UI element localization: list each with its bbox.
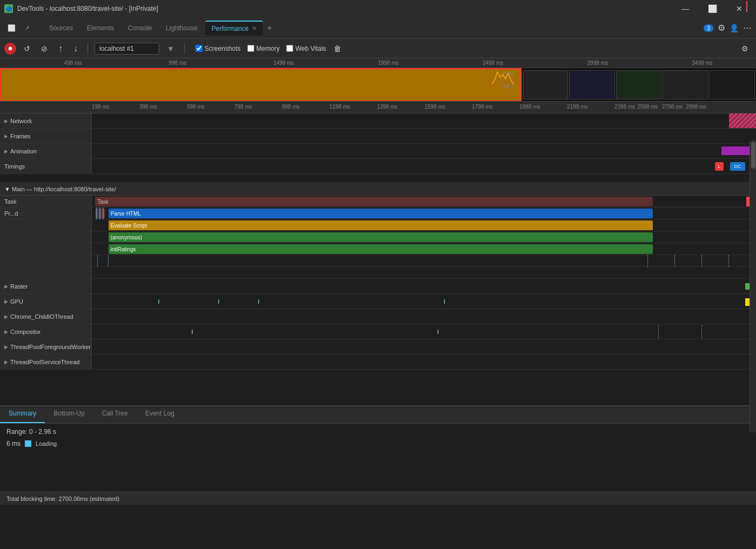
close-button[interactable]: ✕ xyxy=(727,0,752,17)
toolbar-checkboxes: Screenshots Memory Web Vitals xyxy=(195,45,326,52)
parse-html-bar[interactable]: Parse HTML xyxy=(109,209,653,218)
childio-expand-icon[interactable]: ▶ xyxy=(4,314,8,319)
overview-content[interactable]: CPU NET xyxy=(0,68,756,102)
flame-row-evaluate: Evaluate Script xyxy=(0,219,756,231)
overview-tick-2: 998 ms xyxy=(168,60,186,66)
vert-marker-1 xyxy=(97,255,98,267)
memory-label[interactable]: Memory xyxy=(247,45,280,52)
tab-console[interactable]: Console xyxy=(122,21,158,35)
flame-label-empty2 xyxy=(0,267,92,278)
frames-expand-icon[interactable]: ▶ xyxy=(4,133,8,139)
webvitals-checkbox[interactable] xyxy=(286,45,293,52)
network-bar-right xyxy=(729,113,756,128)
undock-button[interactable]: ↗ xyxy=(21,22,33,34)
timeline-selection[interactable] xyxy=(0,68,522,102)
network-label[interactable]: ▶ Network xyxy=(0,113,92,128)
timeline-ruler: 198 ms 398 ms 598 ms 798 ms 998 ms 1198 … xyxy=(0,102,756,113)
animation-expand-icon[interactable]: ▶ xyxy=(4,149,8,154)
track-childio: ▶ Chrome_ChildIOThread xyxy=(0,309,756,324)
overview-tick-6: 2998 ms xyxy=(588,60,608,66)
track-network: ▶ Network xyxy=(0,113,756,129)
childio-label[interactable]: ▶ Chrome_ChildIOThread xyxy=(0,309,92,324)
flame-label-parse: Pr...d xyxy=(0,207,92,219)
maximize-button[interactable]: ⬜ xyxy=(700,0,725,17)
memory-checkbox[interactable] xyxy=(247,45,254,52)
minimize-button[interactable]: — xyxy=(673,0,698,17)
more-button[interactable]: ⋯ xyxy=(743,23,752,33)
record-button[interactable]: ⏺ xyxy=(4,43,16,55)
settings-icon-button[interactable]: ⚙ xyxy=(718,23,725,33)
gpu-marker-1 xyxy=(158,299,159,304)
dock-controls: ⬜ ↗ xyxy=(4,22,33,34)
download-button[interactable]: ↓ xyxy=(70,42,81,55)
upload-button[interactable]: ↑ xyxy=(55,42,66,55)
user-icon-button[interactable]: 👤 xyxy=(730,24,739,32)
network-track-area xyxy=(92,113,756,128)
total-blocking-time: Total blocking time: 2700.06ms (estimate… xyxy=(6,496,119,502)
clear-button[interactable]: ⊘ xyxy=(38,43,51,55)
tab-lighthouse[interactable]: Lighthouse xyxy=(159,21,204,35)
vert-marker-2 xyxy=(108,255,109,267)
scrollbar-thumb[interactable] xyxy=(751,142,755,169)
chart-row-loading: 6 ms Loading xyxy=(6,440,750,447)
network-expand-icon[interactable]: ▶ xyxy=(4,118,8,124)
raster-label[interactable]: ▶ Raster xyxy=(0,279,92,293)
screenshots-checkbox[interactable] xyxy=(195,45,202,52)
flame-section: ▼ Main — http://localhost:8080/travel-si… xyxy=(0,183,756,279)
flame-row-task: Task Task xyxy=(0,196,756,207)
screenshot-thumb xyxy=(663,70,708,99)
evaluate-script-bar[interactable]: Evaluate Script xyxy=(109,220,653,230)
frames-track-area xyxy=(92,129,756,143)
tab-summary[interactable]: Summary xyxy=(0,406,45,423)
reload-button[interactable]: ↺ xyxy=(21,43,33,55)
animation-label[interactable]: ▶ Animation xyxy=(0,144,92,158)
task-bar[interactable]: Task xyxy=(95,197,653,206)
gpu-label[interactable]: ▶ GPU xyxy=(0,294,92,309)
flame-area-parse: Parse HTML xyxy=(92,207,756,219)
tab-close-icon[interactable]: ✕ xyxy=(252,25,256,31)
trash-button[interactable]: 🗑 xyxy=(330,43,345,55)
track-threadpool-fg: ▶ ThreadPoolForegroundWorker xyxy=(0,339,756,354)
threadpool-svc-label[interactable]: ▶ ThreadPoolServiceThread xyxy=(0,354,92,369)
webvitals-label[interactable]: Web Vitals xyxy=(286,45,326,52)
url-dropdown[interactable]: ▼ xyxy=(164,43,178,55)
compositor-label[interactable]: ▶ Compositor xyxy=(0,324,92,339)
chart-value: 6 ms xyxy=(6,440,21,447)
tab-elements[interactable]: Elements xyxy=(80,21,120,35)
tab-performance[interactable]: Performance ✕ xyxy=(205,21,263,36)
gpu-expand-icon[interactable]: ▶ xyxy=(4,299,8,304)
track-raster: ▶ Raster xyxy=(0,279,756,294)
overview-panel[interactable]: 498 ms 998 ms 1498 ms 1998 ms 2498 ms 29… xyxy=(0,58,756,102)
animation-track-area xyxy=(92,144,756,158)
loading-label: Loading xyxy=(36,440,79,447)
anonymous-bar[interactable]: (anonymous) xyxy=(109,232,653,242)
threadpool-fg-expand-icon[interactable]: ▶ xyxy=(4,344,8,350)
childio-track-area xyxy=(92,309,756,324)
overview-tick-container: 498 ms 998 ms 1498 ms 1998 ms 2498 ms 29… xyxy=(4,58,752,68)
track-gpu: ▶ GPU xyxy=(0,294,756,309)
tab-add-button[interactable]: + xyxy=(264,22,275,34)
threadpool-svc-expand-icon[interactable]: ▶ xyxy=(4,359,8,365)
timings-label[interactable]: Timings xyxy=(0,159,92,173)
screenshots-label[interactable]: Screenshots xyxy=(195,45,241,52)
compositor-expand-icon[interactable]: ▶ xyxy=(4,329,8,334)
all-tracks[interactable]: ▶ Network ▶ Frames ▶ Animation xyxy=(0,113,756,405)
initratings-bar[interactable]: initRatings xyxy=(109,244,653,254)
dock-button[interactable]: ⬜ xyxy=(4,22,19,34)
raster-expand-icon[interactable]: ▶ xyxy=(4,284,8,289)
tab-bottom-up[interactable]: Bottom-Up xyxy=(45,406,93,423)
timeline-scrollbar[interactable] xyxy=(750,140,756,405)
frames-label[interactable]: ▶ Frames xyxy=(0,129,92,143)
tab-call-tree[interactable]: Call Tree xyxy=(93,406,137,423)
bottom-panel: Summary Bottom-Up Call Tree Event Log Ra… xyxy=(0,405,756,492)
flame-label-empty1 xyxy=(0,255,92,266)
flame-area-empty2 xyxy=(92,267,756,278)
tab-event-log[interactable]: Event Log xyxy=(137,406,183,423)
threadpool-fg-area xyxy=(92,339,756,354)
tab-sources[interactable]: Sources xyxy=(43,21,79,35)
tab-performance-label: Performance xyxy=(212,25,249,32)
flame-area-empty1 xyxy=(92,255,756,266)
flame-section-header[interactable]: ▼ Main — http://localhost:8080/travel-si… xyxy=(0,183,756,196)
performance-settings-button[interactable]: ⚙ xyxy=(738,43,752,55)
threadpool-fg-label[interactable]: ▶ ThreadPoolForegroundWorker xyxy=(0,339,92,354)
